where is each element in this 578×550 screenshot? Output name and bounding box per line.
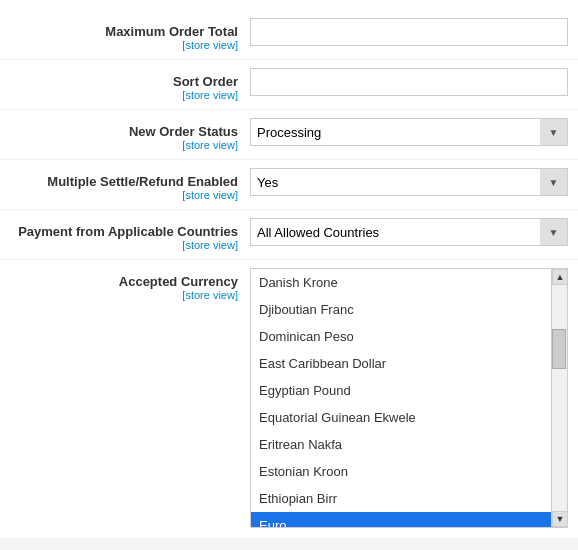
accepted-currency-label: Accepted Currency [store view] <box>10 268 250 301</box>
sort-order-row: Sort Order [store view] <box>0 60 578 110</box>
max-order-total-control <box>250 18 568 46</box>
list-item[interactable]: Ethiopian Birr <box>251 485 551 512</box>
payment-countries-label: Payment from Applicable Countries [store… <box>10 218 250 251</box>
list-item[interactable]: Euro <box>251 512 551 527</box>
multiple-settle-select[interactable]: Yes No <box>250 168 568 196</box>
new-order-status-label: New Order Status [store view] <box>10 118 250 151</box>
scrollbar-thumb[interactable] <box>552 329 566 369</box>
max-order-total-label: Maximum Order Total [store view] <box>10 18 250 51</box>
scrollbar-up-button[interactable]: ▲ <box>552 269 568 285</box>
sort-order-control <box>250 68 568 96</box>
new-order-status-control: Processing ▼ <box>250 118 568 146</box>
max-order-total-row: Maximum Order Total [store view] <box>0 10 578 60</box>
currency-list[interactable]: Danish KroneDjiboutian FrancDominican Pe… <box>251 269 551 527</box>
sort-order-label: Sort Order [store view] <box>10 68 250 101</box>
multiple-settle-select-wrapper: Yes No ▼ <box>250 168 568 196</box>
list-item[interactable]: East Caribbean Dollar <box>251 350 551 377</box>
sort-order-input[interactable] <box>250 68 568 96</box>
list-item[interactable]: Dominican Peso <box>251 323 551 350</box>
list-item[interactable]: Djiboutian Franc <box>251 296 551 323</box>
list-item[interactable]: Estonian Kroon <box>251 458 551 485</box>
new-order-status-row: New Order Status [store view] Processing… <box>0 110 578 160</box>
list-item[interactable]: Egyptian Pound <box>251 377 551 404</box>
list-item[interactable]: Danish Krone <box>251 269 551 296</box>
multiple-settle-control: Yes No ▼ <box>250 168 568 196</box>
new-order-status-select[interactable]: Processing <box>250 118 568 146</box>
payment-countries-control: All Allowed Countries Specific Countries… <box>250 218 568 246</box>
form-container: Maximum Order Total [store view] Sort Or… <box>0 0 578 538</box>
accepted-currency-row: Accepted Currency [store view] Danish Kr… <box>0 260 578 528</box>
payment-countries-select-wrapper: All Allowed Countries Specific Countries… <box>250 218 568 246</box>
payment-countries-row: Payment from Applicable Countries [store… <box>0 210 578 260</box>
currency-list-wrapper: Danish KroneDjiboutian FrancDominican Pe… <box>250 268 568 528</box>
multiple-settle-row: Multiple Settle/Refund Enabled [store vi… <box>0 160 578 210</box>
payment-countries-select[interactable]: All Allowed Countries Specific Countries <box>250 218 568 246</box>
accepted-currency-content: Danish KroneDjiboutian FrancDominican Pe… <box>250 268 568 528</box>
multiple-settle-label: Multiple Settle/Refund Enabled [store vi… <box>10 168 250 201</box>
list-item[interactable]: Eritrean Nakfa <box>251 431 551 458</box>
max-order-total-input[interactable] <box>250 18 568 46</box>
scrollbar-down-button[interactable]: ▼ <box>552 511 568 527</box>
list-item[interactable]: Equatorial Guinean Ekwele <box>251 404 551 431</box>
new-order-status-select-wrapper: Processing ▼ <box>250 118 568 146</box>
scrollbar-track: ▲ ▼ <box>551 269 567 527</box>
